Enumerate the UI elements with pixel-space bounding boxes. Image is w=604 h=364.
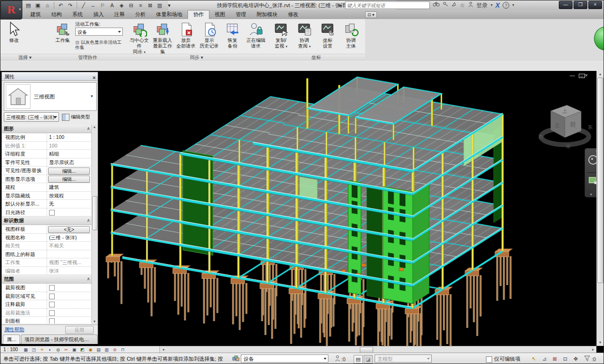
minimize-button[interactable]: — <box>559 1 573 9</box>
property-value[interactable] <box>47 317 93 324</box>
hide-analytical-icon[interactable]: ⊘ <box>112 347 118 353</box>
property-value[interactable]: 无 <box>47 200 93 208</box>
editable-only-checkbox[interactable] <box>486 356 492 363</box>
vertical-scrollbar[interactable]: ▴ ▾ <box>596 71 604 346</box>
worksharing-display-icon[interactable]: ▤ <box>354 355 363 364</box>
shadows-icon[interactable]: ◐ <box>47 347 53 353</box>
tab-建筑[interactable]: 建筑 <box>25 10 46 19</box>
view-minimize-icon[interactable]: — <box>570 72 579 78</box>
drag-on-selection-icon[interactable]: ✥ <box>572 355 580 363</box>
editing-requests-icon[interactable] <box>334 355 342 363</box>
property-value[interactable] <box>47 309 93 317</box>
zoom-icon[interactable] <box>589 177 596 183</box>
property-edit-button[interactable]: <无> <box>48 226 90 233</box>
section-icon[interactable]: ⊟ <box>127 1 135 9</box>
application-menu-button[interactable]: R▾ <box>0 0 22 20</box>
apply-button[interactable]: 应用 <box>65 326 94 334</box>
panel-label-select[interactable]: 选择 ▾ <box>0 54 50 61</box>
coordination-host-button[interactable]: 协调主体 <box>339 20 363 54</box>
constraints-icon[interactable]: ⊓ <box>120 347 126 353</box>
temporary-hide-isolate-icon[interactable]: ◩ <box>79 347 86 353</box>
property-value[interactable] <box>47 284 93 292</box>
select-underlay-icon[interactable]: ⊿ <box>540 355 548 363</box>
sync-with-central-icon[interactable]: ⌂ <box>43 1 51 9</box>
coordinates-button[interactable]: 坐标设置 <box>316 20 339 54</box>
property-value[interactable] <box>47 250 93 258</box>
filter-icon[interactable] <box>583 355 591 363</box>
vertical-scrollbar-thumb[interactable] <box>597 78 604 283</box>
steering-wheel-icon[interactable] <box>588 155 596 165</box>
thin-lines-icon[interactable]: ≡ <box>137 1 145 9</box>
restore-backup-button[interactable]: 恢复备份 <box>221 20 244 54</box>
user-icon[interactable] <box>468 1 474 9</box>
tab-协作[interactable]: 协作 <box>188 10 209 19</box>
property-edit-button[interactable]: 编辑... <box>48 176 90 183</box>
subscription-icon[interactable] <box>443 1 448 9</box>
temporary-view-properties-icon[interactable]: ▥ <box>104 347 110 353</box>
property-value[interactable] <box>47 208 93 216</box>
view-cube[interactable]: 西 南 东 上 前 左 <box>537 96 594 153</box>
search-input[interactable] <box>345 1 430 9</box>
redo-icon[interactable]: ↷ <box>66 1 74 9</box>
type-selector[interactable]: 三维视图 ▼ <box>4 82 97 111</box>
help-dropdown-icon[interactable]: ▾ <box>512 1 514 9</box>
close-hidden-windows-icon[interactable]: ⊠ <box>146 1 154 9</box>
property-edit-button[interactable]: 编辑... <box>48 167 90 175</box>
property-value[interactable]: 显示原状态 <box>47 158 93 167</box>
tab-注释[interactable]: 注释 <box>109 10 130 19</box>
edit-type-button[interactable]: 编辑类型 <box>62 112 90 122</box>
property-value[interactable]: 建筑 <box>47 183 93 191</box>
tab-体量和场地[interactable]: 体量和场地 <box>151 10 188 19</box>
property-checkbox[interactable] <box>49 302 55 307</box>
customize-qat-icon[interactable]: ▾ <box>165 1 173 9</box>
section-header-范围[interactable]: 范围∧ <box>2 275 93 284</box>
switch-windows-icon[interactable]: ▥ <box>156 1 164 9</box>
default-3d-view-icon[interactable]: ◈ <box>118 1 126 9</box>
tab-插入[interactable]: 插入 <box>88 10 109 19</box>
coordination-review-button[interactable]: 协调查阅 ▾ <box>293 20 316 54</box>
property-value[interactable]: 张洋 <box>47 267 93 275</box>
close-button[interactable]: × <box>588 1 602 9</box>
property-value[interactable]: 不相关 <box>47 242 93 250</box>
favorites-icon[interactable]: ☆ <box>460 1 465 9</box>
property-value[interactable]: 1 : 100 <box>47 133 93 141</box>
tab-附加模块[interactable]: 附加模块 <box>251 10 283 19</box>
sun-path-icon[interactable]: ☀ <box>39 347 45 353</box>
tag-icon[interactable]: ⚐ <box>99 1 107 9</box>
measure-icon[interactable]: ╱ <box>79 1 88 9</box>
properties-help-link[interactable]: 属性帮助 <box>4 326 24 333</box>
active-workset-combo[interactable]: 设备 <box>75 28 123 36</box>
section-header-标识数据[interactable]: 标识数据∧ <box>2 216 93 225</box>
show-history-button[interactable]: 显示历史记录 <box>198 20 221 54</box>
navigation-bar[interactable]: × ▾ <box>584 148 596 197</box>
instance-selector-combo[interactable]: 三维视图: (三维 - 张洋) <box>4 112 59 122</box>
property-value[interactable]: 按规程 <box>47 192 93 200</box>
undo-icon[interactable]: ↶ <box>57 1 65 9</box>
copy-monitor-button[interactable]: 复制/监视 ▾ <box>269 20 293 54</box>
text-icon[interactable]: A <box>108 1 116 9</box>
view-scale-button[interactable]: 1 : 100 <box>3 347 18 352</box>
login-dropdown-icon[interactable]: ▾ <box>491 1 493 9</box>
property-value[interactable]: 精细 <box>47 150 93 158</box>
design-options-icon[interactable]: ◪ <box>364 355 373 364</box>
tab-分析[interactable]: 分析 <box>130 10 151 19</box>
open-icon[interactable]: ▤ <box>24 1 32 9</box>
property-value[interactable]: 编辑... <box>47 175 93 183</box>
property-checkbox[interactable] <box>49 310 55 316</box>
property-checkbox[interactable] <box>49 318 55 324</box>
property-value[interactable]: (三维 - 张洋) <box>47 234 93 242</box>
type-selector-dropdown-icon[interactable]: ▼ <box>90 94 94 98</box>
tab-properties[interactable]: 属性 <box>3 334 20 344</box>
reload-latest-button[interactable]: 重新载入最新工作集 <box>151 20 174 54</box>
property-value[interactable]: 编辑... <box>47 167 93 175</box>
modify-button[interactable]: 修改 <box>2 20 26 54</box>
property-value[interactable]: 视图 "三维视... <box>47 258 93 266</box>
worksets-status-icon[interactable] <box>232 355 240 363</box>
editing-requests-button[interactable]: 正在编辑请求 <box>244 20 267 54</box>
tab-修改[interactable]: 修改 <box>283 10 304 19</box>
view-restore-icon[interactable]: ▭ <box>579 74 585 78</box>
property-checkbox[interactable] <box>49 210 55 216</box>
view-close-icon[interactable]: × <box>585 72 592 78</box>
search-icon[interactable] <box>433 1 440 9</box>
property-value[interactable] <box>47 292 93 300</box>
